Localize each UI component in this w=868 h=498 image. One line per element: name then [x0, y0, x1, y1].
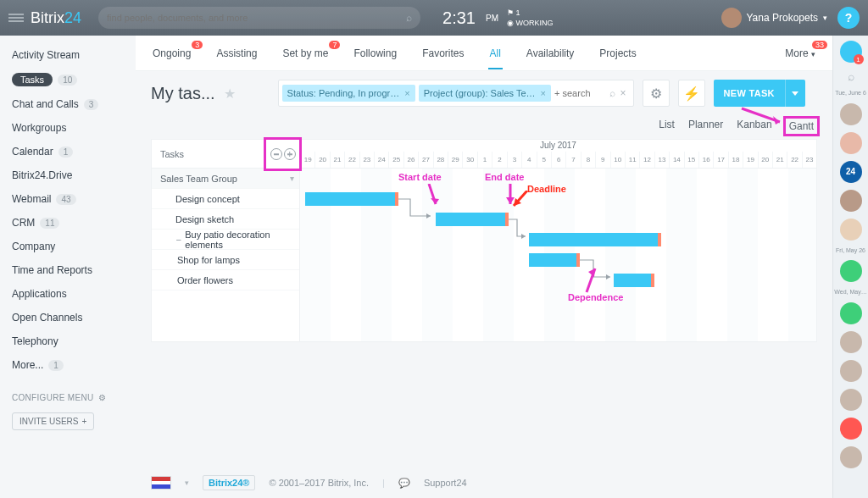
sidebar-label: CRM [12, 217, 35, 229]
rail-contact-6[interactable] [840, 360, 862, 382]
clear-filter-icon[interactable]: × [620, 87, 626, 99]
current-user[interactable]: Yana Prokopets ▾ [721, 8, 828, 28]
gantt-day-cell: 22 [787, 152, 801, 168]
sidebar-label: Telephony [12, 335, 58, 347]
notifications-bell[interactable]: 1 [840, 41, 862, 63]
rail-contact-7[interactable] [840, 389, 862, 411]
sidebar-item[interactable]: Open Channels [0, 308, 136, 327]
invite-users-button[interactable]: INVITE USERS + [12, 412, 94, 430]
sidebar-item[interactable]: Tasks10 [0, 69, 136, 90]
gantt-bar[interactable] [529, 253, 580, 267]
settings-button[interactable]: ⚙ [643, 80, 670, 107]
gantt-task-row[interactable]: Design sketch [152, 209, 299, 230]
tab[interactable]: Following [352, 47, 398, 59]
filter-search-input[interactable] [554, 88, 606, 98]
sidebar-label: Open Channels [12, 312, 82, 324]
footer-support[interactable]: Support24 [424, 478, 467, 488]
sidebar-label: More... [12, 359, 43, 371]
tab[interactable]: Favorites [420, 47, 465, 59]
gantt-group-row[interactable]: Sales Team Group▾ [152, 169, 299, 189]
tab[interactable]: Projects [598, 47, 637, 59]
gantt-day-cell: 24 [374, 152, 388, 168]
gantt-bar[interactable] [305, 192, 398, 206]
footer-brand[interactable]: Bitrix24® [203, 475, 255, 490]
gantt-task-row[interactable]: Order flowers [152, 270, 299, 290]
tab-more[interactable]: More ▾ 33 [783, 47, 817, 59]
sidebar-label: Applications [12, 288, 67, 300]
gantt-day-cell: 22 [344, 152, 359, 168]
sidebar-item[interactable]: Chat and Calls3 [0, 95, 136, 113]
rail-contact-2[interactable] [840, 132, 862, 154]
gantt-day-cell: 18 [728, 152, 743, 168]
sidebar-item[interactable]: Applications [0, 285, 136, 303]
view-gantt[interactable]: Gantt [783, 116, 820, 136]
task-label: Design sketch [175, 214, 234, 224]
sidebar-item[interactable]: More... 1 [0, 356, 136, 374]
gantt-task-row[interactable]: Shop for lamps [152, 250, 299, 270]
rail-channel-1[interactable] [840, 260, 862, 282]
sidebar-item[interactable]: Workgroups [0, 119, 136, 137]
zoom-in-button[interactable] [284, 148, 296, 160]
global-search-input[interactable] [107, 13, 406, 23]
filter-chip-project[interactable]: Project (group): Sales Te…× [419, 85, 551, 102]
rail-contact-3[interactable] [840, 190, 862, 212]
tab[interactable]: All [488, 47, 503, 59]
tab[interactable]: Set by me7 [281, 47, 330, 59]
search-icon[interactable]: ⌕ [406, 12, 412, 24]
collapse-icon[interactable]: − [175, 235, 181, 245]
gantt-task-row[interactable]: −Buy patio decoration elements [152, 230, 299, 250]
rail-contact-1[interactable] [840, 103, 862, 125]
filter-box[interactable]: Status: Pending, In progr…× Project (gro… [278, 80, 634, 107]
flag-icon[interactable] [151, 476, 171, 490]
star-icon[interactable]: ★ [224, 86, 236, 102]
sidebar-item[interactable]: Company [0, 237, 136, 256]
count-badge: 1 [48, 360, 64, 371]
close-icon[interactable]: × [541, 88, 546, 98]
tab[interactable]: Assisting [214, 47, 259, 59]
rail-channel-2[interactable] [840, 302, 862, 324]
help-button[interactable]: ? [837, 7, 860, 29]
sidebar-item[interactable]: Activity Stream [0, 46, 136, 64]
sidebar-item[interactable]: CRM11 [0, 213, 136, 232]
gantt-day-cell: 28 [433, 152, 448, 168]
view-planner[interactable]: Planner [688, 119, 723, 134]
rail-contact-8[interactable] [840, 446, 862, 468]
zoom-out-button[interactable] [270, 148, 282, 160]
tab[interactable]: Ongoing3 [151, 47, 192, 59]
global-search[interactable]: ⌕ [98, 7, 420, 29]
logo-number: 24 [64, 9, 81, 26]
sidebar-item[interactable]: Bitrix24.Drive [0, 166, 136, 185]
group-label: Sales Team Group [160, 174, 237, 184]
rail-contact-4[interactable] [840, 219, 862, 241]
rail-contact-5[interactable] [840, 331, 862, 353]
gantt-bar[interactable] [614, 274, 654, 287]
view-list[interactable]: List [659, 119, 675, 134]
gantt-day-cell: 9 [595, 152, 609, 168]
clock-widget[interactable]: 2:31 PM ⚑ 1 ◉ WORKING [442, 8, 553, 28]
close-icon[interactable]: × [404, 88, 409, 98]
gantt-day-cell: 11 [625, 152, 639, 168]
rail-channel-3[interactable] [840, 418, 862, 440]
sidebar-item[interactable]: Calendar1 [0, 142, 136, 161]
bolt-button[interactable]: ⚡ [678, 80, 705, 107]
configure-menu[interactable]: CONFIGURE MENU ⚙ [0, 388, 136, 407]
sidebar-item[interactable]: Telephony [0, 332, 136, 351]
search-icon[interactable]: ⌕ [609, 87, 615, 99]
sidebar-item[interactable]: Webmail43 [0, 190, 136, 208]
logo: Bitrix24 [31, 9, 81, 27]
gantt-bar[interactable] [529, 233, 661, 246]
gantt-day-cell: 23 [359, 152, 374, 168]
hamburger-menu[interactable] [8, 12, 24, 24]
sidebar-label: Chat and Calls [12, 98, 79, 110]
chevron-down-icon[interactable]: ▾ [290, 174, 294, 183]
rail-search-icon[interactable]: ⌕ [848, 69, 854, 83]
filter-chip-status[interactable]: Status: Pending, In progr…× [282, 85, 415, 102]
gantt-day-cell: 10 [610, 152, 625, 168]
tab[interactable]: Availability [525, 47, 576, 59]
gantt-bar[interactable] [436, 213, 509, 226]
gantt-timeline[interactable]: Start date End date Deadline Dependence [300, 169, 816, 341]
chevron-down-icon[interactable]: ▾ [185, 479, 189, 487]
gantt-task-row[interactable]: Design concept [152, 189, 299, 209]
rail-bitrix24-icon[interactable]: 24 [840, 161, 862, 183]
sidebar-item[interactable]: Time and Reports [0, 261, 136, 279]
